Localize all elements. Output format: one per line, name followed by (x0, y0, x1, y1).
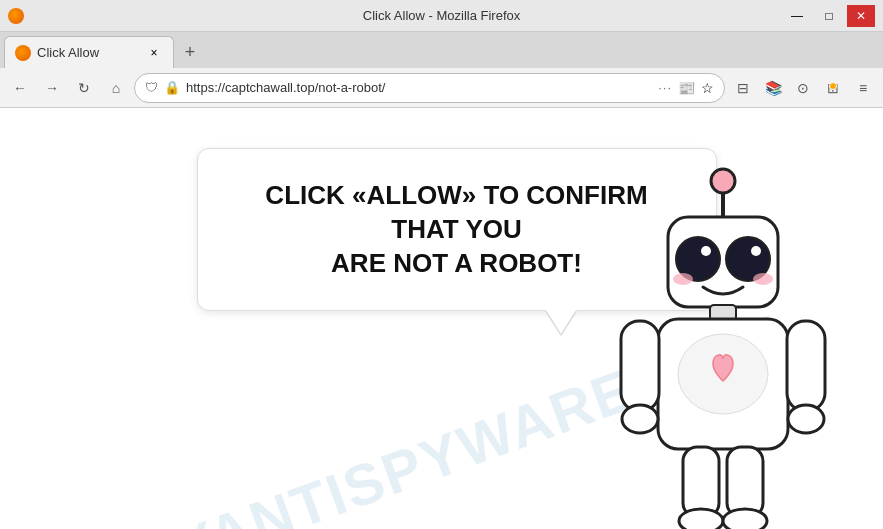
svg-rect-12 (621, 321, 659, 411)
tab-favicon (15, 45, 31, 61)
ellipsis-icon[interactable]: ··· (658, 80, 672, 95)
title-bar: Click Allow - Mozilla Firefox — □ ✕ (0, 0, 883, 32)
svg-point-13 (622, 405, 658, 433)
svg-point-7 (673, 273, 693, 285)
window-title: Click Allow - Mozilla Firefox (363, 8, 520, 23)
svg-rect-14 (787, 321, 825, 411)
svg-point-1 (711, 169, 735, 193)
menu-button[interactable]: ≡ (849, 74, 877, 102)
extensions-icon-container: ⊞ (827, 80, 839, 96)
robot-illustration (583, 159, 883, 529)
library-button[interactable]: 📚 (759, 74, 787, 102)
pocket-icon[interactable]: 📰 (678, 80, 695, 96)
page-content: MYANTISPYWARE.COM CLICK «ALLOW» TO CONFI… (0, 108, 883, 529)
tab-close-button[interactable]: × (145, 44, 163, 62)
svg-point-4 (701, 246, 711, 256)
notification-dot (829, 82, 837, 90)
collections-button[interactable]: ⊟ (729, 74, 757, 102)
minimize-button[interactable]: — (783, 5, 811, 27)
svg-point-15 (788, 405, 824, 433)
lock-icon: 🔒 (164, 80, 180, 95)
svg-rect-18 (727, 447, 763, 517)
back-button[interactable]: ← (6, 74, 34, 102)
tab-bar: Click Allow × + (0, 32, 883, 68)
security-icon: 🛡 (145, 80, 158, 95)
svg-point-6 (751, 246, 761, 256)
window-controls: — □ ✕ (783, 5, 875, 27)
maximize-button[interactable]: □ (815, 5, 843, 27)
address-bar-container: 🛡 🔒 ··· 📰 ☆ (134, 73, 725, 103)
nav-extra-buttons: ⊟ 📚 ⊙ ⊞ ≡ (729, 74, 877, 102)
close-button[interactable]: ✕ (847, 5, 875, 27)
nav-bar: ← → ↻ ⌂ 🛡 🔒 ··· 📰 ☆ ⊟ 📚 ⊙ ⊞ ≡ (0, 68, 883, 108)
svg-point-17 (679, 509, 723, 529)
svg-rect-16 (683, 447, 719, 517)
refresh-button[interactable]: ↻ (70, 74, 98, 102)
home-button[interactable]: ⌂ (102, 74, 130, 102)
forward-button[interactable]: → (38, 74, 66, 102)
active-tab[interactable]: Click Allow × (4, 36, 174, 68)
bookmark-icon[interactable]: ☆ (701, 80, 714, 96)
sync-button[interactable]: ⊙ (789, 74, 817, 102)
extensions-button[interactable]: ⊞ (819, 74, 847, 102)
firefox-favicon (8, 8, 24, 24)
svg-point-8 (753, 273, 773, 285)
address-input[interactable] (186, 80, 652, 95)
svg-point-19 (723, 509, 767, 529)
new-tab-button[interactable]: + (174, 36, 206, 68)
tab-title: Click Allow (37, 45, 139, 60)
